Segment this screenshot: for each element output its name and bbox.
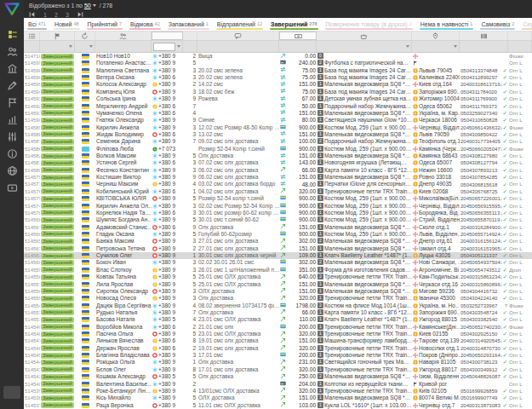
table-row[interactable]: 514598ЗавершенийМалютина Светлана+380 93… — [24, 67, 532, 74]
table-row[interactable]: 514548ЗавершенийПасічна Ольга+380 9523.0… — [24, 331, 532, 337]
table-row[interactable]: 514553ЗавершенийРудько Наталья+380 97Олх… — [24, 309, 532, 316]
tab-3[interactable]: Відмова42 — [126, 18, 164, 31]
table-row[interactable]: 514593ЗавершенийСольська Ірина+380 99Рож… — [24, 95, 532, 102]
table-row[interactable]: 514586ЗавершенийФіліпова Люба+7 073Розмі… — [24, 146, 532, 153]
page-size-dropdown[interactable]: 50 — [84, 3, 91, 9]
filter-dropdown-caret[interactable] — [69, 45, 72, 48]
table-row[interactable]: 514594ЗавершенийКомпанец Юля+380 9318.02… — [24, 89, 532, 95]
tab-2[interactable]: Прийнятий7 — [83, 18, 127, 31]
sidebar-item-sliders[interactable] — [3, 130, 20, 147]
table-row[interactable]: 514582ЗавершенийВолков Максим+380 95Олх … — [24, 153, 532, 159]
tab-1[interactable]: Новий48 — [50, 18, 83, 31]
table-row[interactable]: 514595ЗавершенийКолосок Александр+380 92… — [24, 81, 532, 88]
table-row[interactable]: 514563ЗавершенийПетровська Тетяна+380 92… — [24, 245, 532, 252]
table-row[interactable]: 514538ЗавершенийКісь Михайло+380 95ОЛХ д… — [24, 395, 532, 401]
page-number-1[interactable]: 1 — [43, 12, 47, 18]
table-row[interactable]: 514596ЗавершенийВегера Оксана+380 6320.0… — [24, 74, 532, 81]
table-row[interactable]: 514589ЗавершенийКирилич Анжела+380 9312.… — [24, 124, 532, 131]
orders-count-column-header[interactable] — [183, 32, 197, 40]
table-row[interactable]: 514588ЗавершенийЖидак Володимир+380 6313… — [24, 131, 532, 138]
tab-4[interactable]: Запакований1 — [164, 18, 213, 31]
table-row[interactable]: 514558ЗавершенийКовпак Татьяна+380 9525.… — [24, 274, 532, 280]
sidebar-item-globe[interactable] — [3, 164, 20, 181]
comment-column-header[interactable] — [197, 32, 279, 40]
sidebar-item-flag[interactable] — [3, 95, 20, 112]
tab-0[interactable]: Всі471 — [24, 18, 50, 31]
app-logo-icon[interactable] — [4, 3, 20, 19]
payment-column-header[interactable] — [279, 32, 317, 40]
table-row[interactable]: 514581ЗавершенийУстинов Сергей+380 6307.… — [24, 159, 532, 166]
table-row[interactable]: 514579ЗавершенийКостишин Виктор+380 9906… — [24, 174, 532, 181]
tab-label: Сервіси — [523, 21, 532, 27]
table-row[interactable]: 514568ЗавершенийШумляс Богдана Ан…+380 9… — [24, 216, 532, 223]
table-row[interactable]: 514560ЗавершенийБокоч Иван+380 9302.02 3… — [24, 259, 532, 266]
tracking-column-header[interactable] — [460, 32, 508, 40]
phone-column-header[interactable] — [152, 32, 183, 40]
table-row[interactable]: 514561ЗавершенийСучилов Олег+380 9130.01… — [24, 252, 532, 259]
sidebar-item-chart[interactable] — [3, 112, 20, 130]
table-row[interactable]: 514575ЗавершенийКВІТОВСЬКА ЮЛІЯ+380 95Ро… — [24, 195, 532, 202]
client-column-header[interactable] — [95, 32, 152, 40]
id-column-header[interactable] — [24, 32, 40, 40]
table-row[interactable]: 514592ЗавершенийМерклингер Андрей+380 67… — [24, 103, 532, 110]
delivery-column-header[interactable] — [412, 32, 460, 40]
table-row[interactable]: 514559ЗавершенийВлас Слоткоу+380 9326.01… — [24, 267, 532, 274]
table-row[interactable]: 514567ЗавершенийАдамовский Станис…+380 6… — [24, 224, 532, 231]
table-row[interactable]: 514542ЗавершенийКошмак Александр+380 55О… — [24, 373, 532, 380]
filter-dropdown-caret[interactable] — [406, 45, 409, 48]
table-row[interactable]: 514545ЗавершенийБлагінна Владіслава+380 … — [24, 352, 532, 359]
tag-column-header[interactable] — [508, 32, 532, 40]
page-number-2[interactable]: 2 — [54, 12, 58, 18]
country-column-header[interactable] — [75, 32, 95, 40]
sidebar-item-orders[interactable] — [3, 27, 20, 44]
table-row[interactable]: 514546ЗавершенийДержач Ярослав+380 6219.… — [24, 345, 532, 352]
tab-9[interactable]: Самовивіз2 — [477, 18, 518, 31]
sidebar-item-video[interactable] — [3, 181, 20, 198]
table-row[interactable]: 514566ЗавершенийГладик Оксана+380 95Голу… — [24, 231, 532, 238]
payment-icon — [280, 224, 286, 231]
table-row[interactable]: 514540ЗавершенийВалентина Василье…+380 9… — [24, 381, 532, 388]
table-row[interactable]: 514537ЗавершенийРаца Вероніка+380 9511.0… — [24, 402, 532, 409]
table-row[interactable]: 514565ЗавершенийБаюка Максим+380 9327.01… — [24, 238, 532, 245]
table-row[interactable]: 514551ЗавершенийБасова Наталя+380 5423.0… — [24, 316, 532, 323]
table-row[interactable]: 514557ЗавершенийЛила Ярослав+380 9525.01… — [24, 281, 532, 288]
sidebar-item-bank[interactable] — [3, 61, 20, 78]
sidebar-bottom-item[interactable] — [3, 386, 20, 399]
table-row[interactable]: 514554ЗавершенийДацюк Віра Сергіївна+380… — [24, 302, 532, 309]
sidebar-item-pen[interactable] — [3, 78, 20, 95]
table-row[interactable]: 514576ЗавершенийКобилинський Юрий+380 61… — [24, 188, 532, 195]
tab-5[interactable]: Відправлений12 — [213, 18, 266, 31]
tab-7[interactable]: Повернення товару (в дорозі)0 — [322, 18, 416, 31]
table-row[interactable]: 514716ЗавершенийНов10 Нов10+380 92Выца0.… — [24, 53, 532, 60]
delivery-city: Луцьк 43026 — [412, 252, 460, 259]
table-row[interactable]: 514539ЗавершенийРоке-Бетанкурт Лін…+380 … — [24, 388, 532, 395]
table-row[interactable]: 514549ЗавершенийВоробйов Микола+380 6221… — [24, 324, 532, 331]
table-row[interactable]: 514590ЗавершенийГнатюк Олександр+380 99С… — [24, 117, 532, 124]
products-column-header[interactable] — [317, 32, 412, 40]
table-row[interactable]: 514555ЗавершенийНовосад Олеся+380 93Олх … — [24, 295, 532, 302]
table-row[interactable]: 514577ЗавершенийЧерниш Максим+380 9403.0… — [24, 181, 532, 187]
table-row[interactable]: 514547ЗавершенийЛиньков Вячеслав+380 681… — [24, 337, 532, 344]
table-row[interactable]: 514556ЗавершенийСиротюк Олександр+380 93… — [24, 288, 532, 295]
tab-10[interactable]: Сервіси0 — [518, 18, 532, 31]
sidebar-item-clients[interactable] — [3, 44, 20, 61]
table-row[interactable]: 514544ЗавершенийРокіцька Ольга+380 91Олх… — [24, 359, 532, 366]
filter-dropdown-caret[interactable] — [177, 45, 180, 48]
sidebar-item-info[interactable] — [3, 147, 20, 164]
status-column-header[interactable] — [40, 32, 75, 40]
table-row[interactable]: 514599ЗавершенийПотапенко Анастас…+380 9… — [24, 60, 532, 66]
filter-dropdown-caret[interactable] — [454, 45, 457, 48]
tab-8[interactable]: Нема в наявності1 — [416, 18, 478, 31]
order-payment: 50.00 — [279, 103, 317, 110]
table-row[interactable]: 514543ЗавершенийБєлов Олег+380 9817.01 с… — [24, 366, 532, 373]
phone-filter-input[interactable] — [153, 43, 175, 51]
table-row[interactable]: 514570ЗавершенийКорнелюк Надія Та…+380 6… — [24, 210, 532, 216]
tab-zavershenyi-active[interactable]: Завершений278 — [266, 18, 321, 31]
page-number-3[interactable]: 3 — [66, 12, 69, 18]
table-row[interactable]: 514587ЗавершенийСеменюк Дарина+380 9709.… — [24, 138, 532, 145]
table-row[interactable]: 514580ЗавершенийФесенко Константин+380 9… — [24, 167, 532, 174]
filter-dropdown-caret[interactable] — [89, 45, 93, 48]
table-row[interactable]: 514574ЗавершенийКирилич Анжела Ол…+380 9… — [24, 203, 532, 210]
table-row[interactable]: 514591ЗавершенийЧумаченко Олена+380 6415… — [24, 110, 532, 117]
order-id: 514590 — [24, 117, 40, 124]
